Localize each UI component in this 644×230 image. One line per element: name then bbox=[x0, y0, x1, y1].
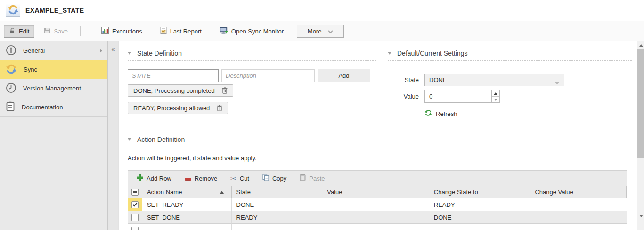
document-icon bbox=[6, 101, 15, 113]
action-table: Action Name State Value Change State to … bbox=[128, 186, 627, 230]
info-icon bbox=[6, 45, 16, 57]
cell-state[interactable]: DONE bbox=[232, 198, 323, 211]
column-label: Change State to bbox=[434, 189, 478, 196]
row-checkbox-unchecked[interactable] bbox=[131, 227, 139, 230]
sort-ascending-icon bbox=[220, 191, 224, 194]
select-all-cell bbox=[128, 186, 142, 198]
state-select[interactable]: DONE bbox=[424, 74, 564, 86]
section-divider bbox=[128, 60, 376, 61]
sidebar-item-documentation[interactable]: Documentation bbox=[0, 98, 107, 117]
section-collapse-icon[interactable] bbox=[128, 52, 131, 55]
paste-button[interactable]: Paste bbox=[300, 174, 325, 182]
cell-action-name[interactable] bbox=[142, 224, 232, 230]
default-current-settings-section: Default/Current Settings State DONE Valu… bbox=[388, 46, 632, 118]
cell-value[interactable] bbox=[322, 211, 429, 224]
sidebar-item-label: Documentation bbox=[22, 104, 63, 111]
copy-button[interactable]: Copy bbox=[262, 174, 286, 182]
remove-button[interactable]: Remove bbox=[185, 175, 217, 182]
cell-action-name[interactable]: SET_READY bbox=[142, 198, 232, 211]
table-row-partial[interactable] bbox=[128, 224, 627, 230]
stepper-up-button[interactable] bbox=[492, 90, 499, 97]
add-state-button[interactable]: Add bbox=[318, 69, 370, 82]
row-select-cell bbox=[128, 198, 142, 211]
arrow-down-icon bbox=[494, 99, 497, 101]
save-icon bbox=[44, 27, 50, 35]
page-title: EXAMPLE_STATE bbox=[25, 7, 84, 14]
minus-icon bbox=[185, 175, 191, 182]
value-input[interactable] bbox=[425, 90, 491, 102]
save-button[interactable]: Save bbox=[39, 25, 73, 38]
refresh-button[interactable]: Refresh bbox=[424, 109, 632, 118]
cell-change-state-to[interactable] bbox=[429, 224, 530, 230]
delete-state-icon[interactable] bbox=[222, 87, 228, 94]
bar-chart-icon bbox=[101, 27, 109, 35]
report-icon bbox=[160, 27, 167, 35]
cell-state[interactable] bbox=[232, 224, 323, 230]
section-collapse-icon[interactable] bbox=[388, 52, 391, 55]
value-stepper bbox=[424, 90, 500, 103]
column-label: State bbox=[236, 189, 251, 196]
settings-header: Default/Current Settings bbox=[388, 46, 632, 60]
table-row[interactable]: SET_READY DONE READY bbox=[128, 198, 627, 211]
arrow-up-icon bbox=[639, 44, 643, 47]
more-label: More bbox=[308, 28, 322, 35]
column-header-change-state-to[interactable]: Change State to bbox=[429, 186, 530, 198]
column-header-change-value[interactable]: Change Value bbox=[530, 186, 627, 198]
open-sync-monitor-button[interactable]: Open Sync Monitor bbox=[215, 25, 288, 38]
cell-change-value[interactable] bbox=[530, 198, 627, 211]
state-chip-done: DONE, Processing completed bbox=[128, 84, 233, 97]
column-header-state[interactable]: State bbox=[232, 186, 323, 198]
select-all-checkbox[interactable] bbox=[131, 189, 139, 196]
state-name-input[interactable] bbox=[128, 69, 219, 82]
section-title: State Definition bbox=[137, 49, 182, 57]
cell-value[interactable] bbox=[322, 198, 429, 211]
open-sync-monitor-label: Open Sync Monitor bbox=[231, 28, 284, 35]
sidebar-item-general[interactable]: General bbox=[0, 41, 107, 60]
vertical-scrollbar bbox=[637, 41, 644, 230]
last-report-button[interactable]: Last Report bbox=[155, 25, 206, 38]
scroll-down-button[interactable] bbox=[637, 212, 644, 220]
collapse-sidebar-icon[interactable]: « bbox=[108, 45, 118, 52]
cell-change-value[interactable] bbox=[530, 211, 627, 224]
arrow-up-icon bbox=[494, 92, 497, 95]
table-row[interactable]: SET_DONE READY DONE bbox=[128, 211, 627, 224]
value-label: Value bbox=[388, 93, 419, 100]
state-chip-label: DONE, Processing completed bbox=[133, 87, 215, 94]
sidebar-item-version-management[interactable]: Version Management bbox=[0, 79, 107, 98]
row-checkbox-checked[interactable] bbox=[131, 201, 139, 208]
add-row-button[interactable]: Add Row bbox=[137, 174, 171, 182]
cell-change-state-to[interactable]: DONE bbox=[429, 211, 530, 224]
executions-button[interactable]: Executions bbox=[97, 25, 147, 38]
section-title: Default/Current Settings bbox=[397, 49, 467, 57]
state-chip-label: READY, Processing allowed bbox=[133, 105, 210, 112]
state-description-input[interactable] bbox=[221, 69, 315, 82]
cell-state[interactable]: READY bbox=[232, 211, 323, 224]
cell-change-value[interactable] bbox=[530, 224, 627, 230]
save-label: Save bbox=[54, 28, 68, 35]
submenu-arrow-icon bbox=[100, 49, 102, 53]
stepper-buttons bbox=[491, 90, 499, 102]
column-header-value[interactable]: Value bbox=[322, 186, 429, 198]
scroll-up-button[interactable] bbox=[637, 41, 644, 49]
scrollbar-thumb[interactable] bbox=[637, 49, 644, 158]
sync-logo-icon bbox=[8, 4, 19, 17]
copy-icon bbox=[262, 174, 269, 182]
sidebar-item-sync[interactable]: Sync bbox=[0, 60, 107, 79]
cell-change-state-to[interactable]: READY bbox=[429, 198, 530, 211]
column-header-action-name[interactable]: Action Name bbox=[142, 186, 232, 198]
more-button[interactable]: More bbox=[297, 25, 344, 38]
section-collapse-icon[interactable] bbox=[128, 138, 131, 141]
sidebar-item-label: Sync bbox=[24, 66, 37, 73]
cut-button[interactable]: ✂ Cut bbox=[230, 175, 249, 182]
edit-button[interactable]: Edit bbox=[4, 25, 34, 38]
cell-value[interactable] bbox=[322, 224, 429, 230]
stepper-down-button[interactable] bbox=[492, 97, 499, 102]
copy-label: Copy bbox=[272, 175, 286, 182]
table-toolbar: Add Row Remove ✂ Cut bbox=[128, 170, 627, 186]
last-report-label: Last Report bbox=[170, 28, 202, 35]
delete-state-icon[interactable] bbox=[217, 105, 222, 111]
section-divider bbox=[388, 60, 632, 61]
cell-action-name[interactable]: SET_DONE bbox=[142, 211, 232, 224]
row-checkbox-unchecked[interactable] bbox=[131, 214, 139, 221]
section-divider bbox=[128, 147, 632, 147]
